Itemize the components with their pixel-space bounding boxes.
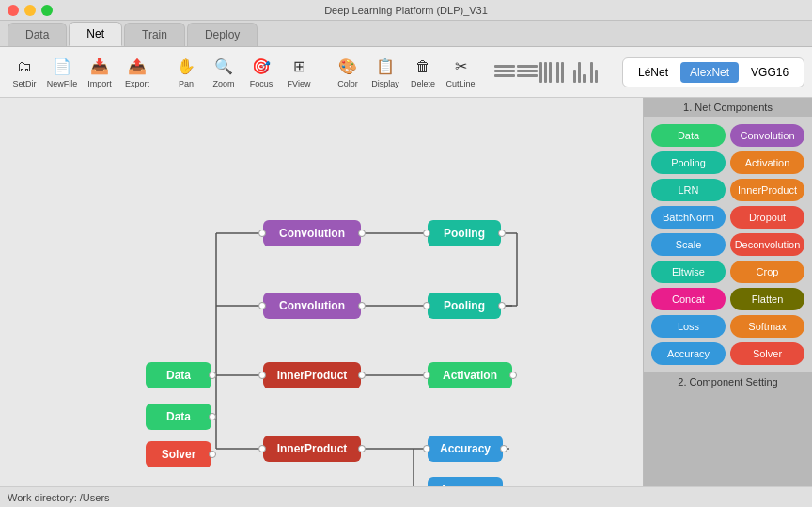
comp-convolution[interactable]: Convolution — [730, 124, 804, 147]
setdir-button[interactable]: 🗂 SetDir — [8, 52, 41, 93]
node-pool2-dot-right[interactable] — [498, 302, 506, 309]
tab-net[interactable]: Net — [69, 22, 122, 46]
comp-pooling[interactable]: Pooling — [651, 151, 726, 174]
node-pool1-dot-right[interactable] — [498, 230, 506, 237]
pan-icon: ✋ — [176, 56, 196, 77]
node-acc1[interactable]: Accuracy — [428, 436, 503, 462]
comp-solver[interactable]: Solver — [730, 342, 804, 365]
node-data1-dot-right[interactable] — [209, 372, 216, 379]
node-solver-dot-right[interactable] — [209, 451, 216, 458]
window-controls[interactable] — [8, 5, 53, 16]
node-inner1-dot-left[interactable] — [258, 372, 266, 379]
focus-icon: 🎯 — [251, 56, 272, 77]
net-preset-group: LéNet AlexNet VGG16 — [622, 57, 804, 87]
comp-concat[interactable]: Concat — [651, 288, 726, 310]
tab-data[interactable]: Data — [8, 23, 67, 46]
title-bar: Deep Learning Platform (DLP)_V31 — [0, 0, 812, 21]
node-acc2[interactable]: Accuracy — [428, 477, 503, 486]
node-activ1[interactable]: Activation — [428, 362, 512, 388]
canvas-area[interactable]: Data Data Solver Convolution Pooling — [0, 98, 643, 486]
setdir-icon: 🗂 — [14, 56, 35, 77]
status-bar: Work directory: /Users — [0, 486, 812, 507]
align-tool-6[interactable] — [590, 62, 605, 83]
comp-loss[interactable]: Loss — [651, 315, 726, 338]
comp-deconvolution[interactable]: Deconvolution — [730, 233, 804, 256]
fview-icon: ⊞ — [289, 56, 309, 77]
fview-button[interactable]: ⊞ FView — [282, 52, 316, 93]
node-pool2-dot-left[interactable] — [423, 302, 430, 309]
comp-scale[interactable]: Scale — [651, 233, 726, 256]
right-panel: 1. Net Components Data Convolution Pooli… — [643, 98, 812, 486]
node-data2[interactable]: Data — [146, 404, 211, 430]
node-inner2-dot-right[interactable] — [358, 445, 366, 452]
status-text: Work directory: /Users — [8, 492, 110, 503]
import-button[interactable]: 📥 Import — [83, 52, 117, 93]
node-acc1-dot-left[interactable] — [423, 445, 430, 452]
node-conv1-dot-right[interactable] — [358, 230, 366, 237]
node-conv2-dot-left[interactable] — [258, 302, 266, 309]
comp-data[interactable]: Data — [651, 124, 726, 147]
comp-dropout[interactable]: Dropout — [730, 206, 804, 229]
node-pool2[interactable]: Pooling — [428, 293, 501, 319]
node-inner2[interactable]: InnerProduct — [263, 436, 361, 462]
node-activ1-dot-right[interactable] — [509, 372, 517, 379]
color-button[interactable]: 🎨 Color — [331, 52, 365, 93]
comp-activation[interactable]: Activation — [730, 151, 804, 174]
newfile-icon: 📄 — [52, 56, 72, 77]
tab-bar: Data Net Train Deploy — [0, 21, 812, 47]
component-grid: Data Convolution Pooling Activation LRN … — [644, 117, 812, 372]
setting-section-title: 2. Component Setting — [644, 372, 812, 486]
node-activ1-dot-left[interactable] — [423, 372, 430, 379]
import-icon: 📥 — [89, 56, 110, 77]
cutline-button[interactable]: ✂ CutLine — [444, 52, 477, 93]
tab-train[interactable]: Train — [124, 23, 185, 46]
node-solver[interactable]: Solver — [146, 441, 211, 467]
focus-button[interactable]: 🎯 Focus — [244, 52, 278, 93]
components-section-title: 1. Net Components — [644, 98, 812, 117]
node-acc1-dot-right[interactable] — [500, 445, 508, 452]
comp-innerproduct[interactable]: InnerProduct — [730, 179, 804, 201]
align-tool-4[interactable] — [556, 62, 571, 83]
export-button[interactable]: 📤 Export — [120, 52, 154, 93]
comp-eltwise[interactable]: Eltwise — [651, 261, 726, 283]
align-tool-2[interactable] — [517, 65, 538, 80]
newfile-button[interactable]: 📄 NewFile — [45, 52, 79, 93]
pan-button[interactable]: ✋ Pan — [169, 52, 203, 93]
comp-lrn[interactable]: LRN — [651, 179, 726, 201]
cutline-icon: ✂ — [450, 56, 471, 77]
tab-deploy[interactable]: Deploy — [187, 23, 258, 46]
node-inner2-dot-left[interactable] — [258, 445, 266, 452]
comp-crop[interactable]: Crop — [730, 261, 804, 283]
node-pool1-dot-left[interactable] — [423, 230, 430, 237]
align-tool-5[interactable] — [573, 62, 588, 83]
delete-icon: 🗑 — [413, 56, 433, 77]
node-data2-dot-right[interactable] — [209, 413, 216, 420]
close-button[interactable] — [8, 5, 19, 16]
window-title: Deep Learning Platform (DLP)_V31 — [324, 5, 488, 16]
node-conv2[interactable]: Convolution — [263, 293, 361, 319]
node-inner1-dot-right[interactable] — [358, 372, 366, 379]
node-inner1[interactable]: InnerProduct — [263, 362, 361, 388]
node-data1[interactable]: Data — [146, 362, 211, 388]
main-area: Data Data Solver Convolution Pooling — [0, 98, 812, 486]
node-pool1[interactable]: Pooling — [428, 220, 501, 246]
comp-accuracy[interactable]: Accuracy — [651, 342, 726, 365]
export-icon: 📤 — [127, 56, 148, 77]
vgg16-preset-button[interactable]: VGG16 — [742, 62, 798, 83]
align-tool-3[interactable] — [539, 62, 554, 83]
align-tool-1[interactable] — [494, 65, 515, 80]
maximize-button[interactable] — [41, 5, 53, 16]
alexnet-preset-button[interactable]: AlexNet — [680, 62, 739, 83]
display-button[interactable]: 📋 Display — [368, 52, 402, 93]
delete-button[interactable]: 🗑 Delete — [406, 52, 440, 93]
minimize-button[interactable] — [24, 5, 36, 16]
comp-batchnorm[interactable]: BatchNorm — [651, 206, 726, 229]
node-conv1-dot-left[interactable] — [258, 230, 266, 237]
lenet-preset-button[interactable]: LéNet — [629, 62, 678, 83]
node-conv2-dot-right[interactable] — [358, 302, 366, 309]
node-conv1[interactable]: Convolution — [263, 220, 361, 246]
comp-softmax[interactable]: Softmax — [730, 315, 804, 338]
zoom-button[interactable]: 🔍 Zoom — [207, 52, 241, 93]
comp-flatten[interactable]: Flatten — [730, 288, 804, 310]
color-icon: 🎨 — [337, 56, 358, 77]
